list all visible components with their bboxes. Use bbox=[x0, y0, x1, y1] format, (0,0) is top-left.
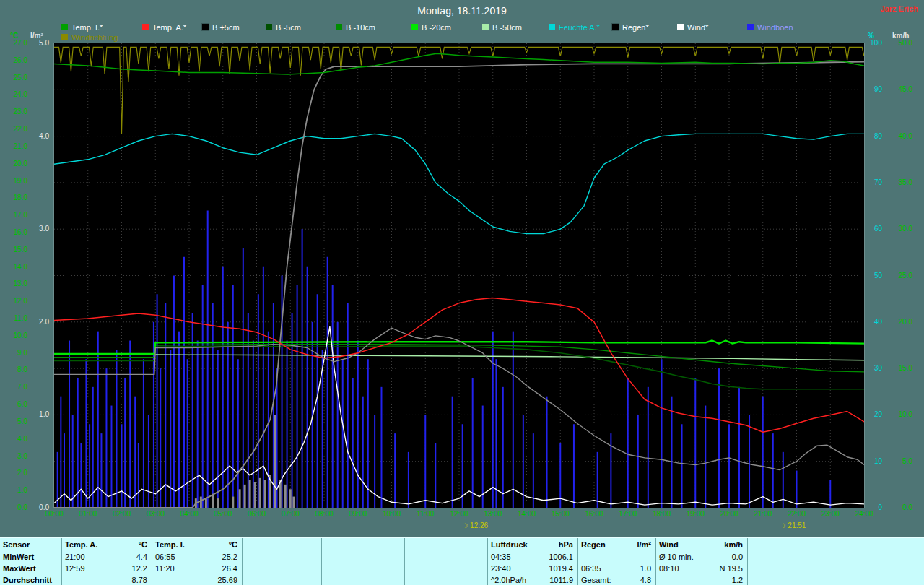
table-cell-left: 12:59 bbox=[65, 564, 85, 573]
legend-label: B -50cm bbox=[492, 23, 522, 32]
table-cell: 12:5912.2 bbox=[61, 563, 152, 574]
table-cell-right: 8.78 bbox=[132, 576, 147, 584]
table-cell: 04:351006.1 bbox=[487, 551, 578, 563]
axis-tick-lm2: 2.0 bbox=[32, 318, 49, 326]
table-cell-right: l/m² bbox=[637, 540, 651, 549]
table-cell bbox=[321, 563, 404, 574]
legend-item-windb-en: Windböen bbox=[747, 23, 793, 31]
legend-item-windrichtung: Windrichtung bbox=[61, 33, 118, 41]
axis-tick-celsius: 23.0 bbox=[4, 108, 27, 116]
table-cell: 08:10N 19.5 bbox=[655, 563, 747, 574]
axis-tick-celsius: 20.0 bbox=[4, 160, 27, 168]
table-cell bbox=[404, 563, 487, 574]
chart-plot-area bbox=[54, 43, 864, 508]
legend-label: Windböen bbox=[757, 23, 793, 32]
table-cell-right: °C bbox=[229, 540, 237, 549]
table-cell-left: ^2.0hPa/h bbox=[491, 576, 526, 584]
series-b-10cm bbox=[54, 344, 864, 372]
table-cell-left: 08:10 bbox=[659, 564, 679, 573]
moon-time-marker: ☽ 12:26 bbox=[462, 521, 488, 529]
x-axis-tick-label: 21:00 bbox=[747, 510, 779, 518]
table-cell-left: Temp. I. bbox=[155, 540, 185, 549]
axis-tick-percent: 100 bbox=[866, 40, 882, 47]
weather-chart bbox=[54, 43, 864, 508]
table-cell bbox=[321, 538, 404, 551]
table-row: SensorTemp. A.°CTemp. I.°CLuftdruckhPaRe… bbox=[0, 538, 924, 551]
x-axis-tick-label: 14:00 bbox=[511, 510, 543, 518]
legend-item-feuchte-a: Feuchte A.* bbox=[549, 23, 600, 31]
axis-tick-celsius: 19.0 bbox=[4, 178, 27, 185]
table-cell: Gesamt:4.8 bbox=[578, 574, 655, 585]
axis-tick-celsius: 15.0 bbox=[4, 246, 27, 254]
axis-tick-celsius: 14.0 bbox=[4, 264, 27, 271]
x-axis-tick-label: 20:00 bbox=[713, 510, 745, 518]
table-cell: LuftdruckhPa bbox=[487, 538, 578, 551]
table-row-label: Durchschnitt bbox=[0, 576, 61, 584]
table-cell-right: 25.69 bbox=[217, 576, 237, 584]
legend-swatch-windb-en-icon bbox=[747, 24, 754, 30]
table-cell-left: 06:55 bbox=[155, 552, 175, 561]
legend-label: B -20cm bbox=[422, 23, 451, 32]
legend-swatch-b-5cm-icon bbox=[202, 24, 209, 30]
axis-tick-lm2: 3.0 bbox=[32, 225, 49, 233]
axis-tick-celsius: 0.0 bbox=[4, 504, 27, 511]
axis-tick-kmh: 45.0 bbox=[886, 86, 912, 93]
table-cell-left: Regen bbox=[581, 540, 606, 549]
table-cell bbox=[242, 574, 321, 585]
table-cell-left: Gesamt: bbox=[581, 576, 611, 584]
table-cell bbox=[578, 551, 655, 563]
legend-item-b-5cm: B +5cm bbox=[202, 23, 240, 31]
author-label: Jarz Erich bbox=[880, 4, 918, 13]
table-cell bbox=[747, 538, 924, 551]
axis-tick-celsius: 24.0 bbox=[4, 91, 27, 98]
x-axis-tick-label: 17:00 bbox=[612, 510, 644, 518]
axis-tick-celsius: 16.0 bbox=[4, 229, 27, 236]
legend-item-b-50cm: B -50cm bbox=[482, 23, 522, 31]
table-cell-right: 1006.1 bbox=[549, 552, 573, 561]
table-cell-right: km/h bbox=[724, 540, 743, 549]
table-cell-left: Ø 10 min. bbox=[659, 552, 694, 561]
table-cell bbox=[242, 563, 321, 574]
axis-tick-lm2: 5.0 bbox=[32, 40, 49, 47]
x-axis-tick-label: 15:00 bbox=[544, 510, 576, 518]
table-cell bbox=[747, 563, 924, 574]
table-cell: 8.78 bbox=[61, 574, 152, 585]
legend-label: Wind* bbox=[687, 23, 708, 32]
axis-tick-celsius: 8.0 bbox=[4, 366, 27, 373]
x-axis-tick-label: 22:00 bbox=[781, 510, 813, 518]
x-axis-tick-label: 04:00 bbox=[173, 510, 205, 518]
legend-label: Windrichtung bbox=[71, 33, 118, 42]
series-feuchte-a bbox=[54, 134, 864, 233]
table-row: MaxWert12:5912.211:2026.423:401019.406:3… bbox=[0, 563, 924, 574]
legend-swatch-wind-icon bbox=[677, 24, 684, 30]
axis-tick-kmh: 50.0 bbox=[886, 40, 912, 47]
axis-tick-celsius: 17.0 bbox=[4, 212, 27, 219]
legend-swatch-feuchte-a-icon bbox=[549, 24, 555, 30]
x-axis-tick-label: 13:00 bbox=[477, 510, 509, 518]
axis-tick-celsius: 5.0 bbox=[4, 418, 27, 425]
table-cell: 06:351.0 bbox=[578, 563, 655, 574]
x-axis-tick-label: 11:00 bbox=[409, 510, 441, 518]
x-axis-tick-label: 09:00 bbox=[342, 510, 374, 518]
table-row-label: MaxWert bbox=[0, 564, 61, 573]
axis-tick-percent: 30 bbox=[866, 365, 882, 372]
table-cell: 21:004.4 bbox=[61, 551, 152, 563]
axis-tick-kmh: 0.0 bbox=[886, 504, 912, 511]
table-cell-left: 04:35 bbox=[491, 552, 511, 561]
moon-icon: ☽ bbox=[780, 522, 785, 529]
x-axis-tick-label: 10:00 bbox=[376, 510, 408, 518]
legend-item-temp-a: Temp. A.* bbox=[142, 23, 186, 31]
table-cell: 23:401019.4 bbox=[487, 563, 578, 574]
table-cell bbox=[747, 551, 924, 563]
axis-tick-celsius: 11.0 bbox=[4, 315, 27, 322]
x-axis-tick-label: 24:00 bbox=[848, 510, 880, 518]
table-cell bbox=[242, 551, 321, 563]
legend-swatch-regen-icon bbox=[612, 24, 619, 30]
axis-tick-celsius: 1.0 bbox=[4, 487, 27, 494]
axis-tick-celsius: 6.0 bbox=[4, 401, 27, 408]
x-axis-tick-label: 06:00 bbox=[241, 510, 273, 518]
legend-item-b-5cm: B -5cm bbox=[266, 23, 301, 31]
axis-tick-percent: 60 bbox=[866, 225, 882, 233]
axis-tick-kmh: 30.0 bbox=[886, 225, 912, 233]
axis-tick-celsius: 3.0 bbox=[4, 453, 27, 460]
